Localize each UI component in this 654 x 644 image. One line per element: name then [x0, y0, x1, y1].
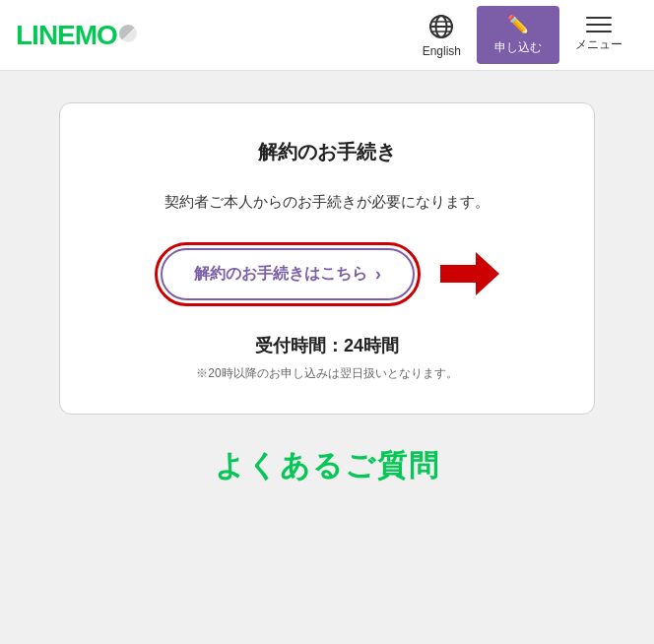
arrow-pointing-left-icon: [440, 252, 499, 295]
language-label: English: [423, 44, 461, 58]
hours-title: 受付時間：24時間: [92, 334, 562, 357]
main-content: 解約のお手続き 契約者ご本人からのお手続きが必要になります。 解約のお手続きはこ…: [0, 71, 654, 642]
card-description: 契約者ご本人からのお手続きが必要になります。: [92, 189, 562, 215]
faq-title: よくあるご質問: [59, 446, 595, 486]
apply-button[interactable]: ✏️ 申し込む: [477, 6, 559, 64]
chevron-right-icon: ›: [375, 264, 381, 285]
cancel-button-label: 解約のお手続きはこちら: [194, 264, 367, 285]
language-selector[interactable]: English: [407, 5, 477, 66]
globe-icon: [427, 13, 455, 40]
cancel-button-wrapper: 解約のお手続きはこちら ›: [155, 242, 421, 306]
logo-circle-icon: [119, 25, 137, 42]
button-area: 解約のお手続きはこちら ›: [92, 242, 562, 306]
menu-button[interactable]: メニュー: [559, 9, 638, 61]
hamburger-icon: [586, 17, 612, 32]
pencil-icon: ✏️: [507, 14, 529, 35]
cancellation-card: 解約のお手続き 契約者ご本人からのお手続きが必要になります。 解約のお手続きはこ…: [59, 102, 595, 415]
faq-section: よくあるご質問: [59, 446, 595, 486]
hours-note: ※20時以降のお申し込みは翌日扱いとなります。: [92, 365, 562, 382]
logo-text: LINEMO: [16, 20, 117, 51]
menu-label: メニュー: [575, 36, 622, 53]
header: LINEMO English ✏️ 申し込む メニュー: [0, 0, 654, 71]
card-title: 解約のお手続き: [92, 139, 562, 165]
apply-label: 申し込む: [494, 39, 542, 56]
nav-items: English ✏️ 申し込む メニュー: [407, 5, 638, 66]
logo-area: LINEMO: [16, 20, 407, 51]
cancellation-button[interactable]: 解約のお手続きはこちら ›: [161, 248, 415, 300]
